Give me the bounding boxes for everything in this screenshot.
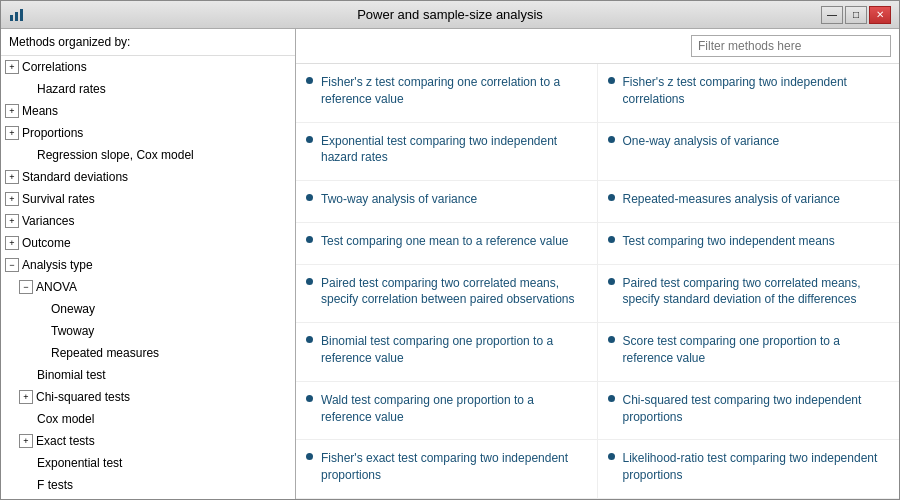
bullet-icon [608, 336, 615, 343]
expander-icon[interactable]: + [19, 434, 33, 448]
tree-item-label: Oneway [51, 300, 95, 318]
bullet-icon [306, 453, 313, 460]
sidebar-item-binomial-test[interactable]: Binomial test [1, 364, 295, 386]
bullet-icon [306, 395, 313, 402]
method-link[interactable]: Paired test comparing two correlated mea… [321, 276, 574, 307]
expander-icon[interactable]: + [5, 126, 19, 140]
method-item[interactable]: Test comparing one mean to a reference v… [296, 223, 598, 265]
sidebar-item-anova[interactable]: −ANOVA [1, 276, 295, 298]
method-text: Likelihood-ratio test comparing two inde… [623, 450, 886, 484]
sidebar-item-exact-tests[interactable]: +Exact tests [1, 430, 295, 452]
method-item[interactable]: Fisher's exact test comparing two indepe… [296, 440, 598, 499]
method-link[interactable]: Repeated-measures analysis of variance [623, 192, 840, 206]
bullet-icon [608, 236, 615, 243]
method-link[interactable]: Paired test comparing two correlated mea… [623, 276, 861, 307]
method-link[interactable]: Exponential test comparing two independe… [321, 134, 557, 165]
method-link[interactable]: Chi-squared test comparing two independe… [623, 393, 862, 424]
sidebar-item-exponential-test[interactable]: Exponential test [1, 452, 295, 474]
method-text: One-way analysis of variance [623, 133, 780, 150]
sidebar-item-hazard-rates[interactable]: Hazard rates [1, 78, 295, 100]
method-link[interactable]: Test comparing two independent means [623, 234, 835, 248]
right-panel: Fisher's z test comparing one correlatio… [296, 29, 899, 499]
expander-icon[interactable]: − [5, 258, 19, 272]
method-link[interactable]: Fisher's z test comparing one correlatio… [321, 75, 560, 106]
method-item[interactable]: Paired test comparing two correlated mea… [598, 265, 900, 324]
method-link[interactable]: Wald test comparing one proportion to a … [321, 393, 534, 424]
sidebar: Methods organized by: +CorrelationsHazar… [1, 29, 296, 499]
method-item[interactable]: Fisher's z test comparing two independen… [598, 64, 900, 123]
expander-icon[interactable]: − [19, 280, 33, 294]
sidebar-item-survival-rates[interactable]: +Survival rates [1, 188, 295, 210]
sidebar-item-standard-deviations[interactable]: +Standard deviations [1, 166, 295, 188]
sidebar-item-outcome[interactable]: +Outcome [1, 232, 295, 254]
sidebar-item-oneway[interactable]: Oneway [1, 298, 295, 320]
maximize-button[interactable]: □ [845, 6, 867, 24]
method-link[interactable]: Binomial test comparing one proportion t… [321, 334, 553, 365]
expander-icon[interactable]: + [5, 170, 19, 184]
sidebar-item-variances[interactable]: +Variances [1, 210, 295, 232]
sidebar-tree[interactable]: +CorrelationsHazard rates+Means+Proporti… [1, 56, 295, 499]
method-link[interactable]: Test comparing one mean to a reference v… [321, 234, 568, 248]
method-item[interactable]: Paired test comparing two correlated mea… [296, 265, 598, 324]
method-link[interactable]: One-way analysis of variance [623, 134, 780, 148]
sidebar-item-chi-squared-tests[interactable]: +Chi-squared tests [1, 386, 295, 408]
expander-icon[interactable]: + [5, 104, 19, 118]
method-link[interactable]: Likelihood-ratio test comparing two inde… [623, 451, 878, 482]
method-item[interactable]: Wald test comparing one proportion to a … [296, 382, 598, 441]
method-item[interactable]: One-way analysis of variance [598, 123, 900, 182]
expander-icon[interactable]: + [5, 214, 19, 228]
sidebar-item-proportions[interactable]: +Proportions [1, 122, 295, 144]
method-text: Paired test comparing two correlated mea… [321, 275, 583, 309]
bullet-icon [306, 136, 313, 143]
expander-icon[interactable]: + [5, 60, 19, 74]
tree-item-label: Hazard rates [37, 80, 106, 98]
method-link[interactable]: Fisher's z test comparing two independen… [623, 75, 847, 106]
method-item[interactable]: Test comparing two independent means [598, 223, 900, 265]
sidebar-item-regression-slope[interactable]: Regression slope, Cox model [1, 144, 295, 166]
method-link[interactable]: Two-way analysis of variance [321, 192, 477, 206]
bullet-icon [608, 77, 615, 84]
sidebar-item-f-tests[interactable]: F tests [1, 474, 295, 496]
sidebar-item-analysis-type[interactable]: −Analysis type [1, 254, 295, 276]
expander-icon[interactable]: + [19, 390, 33, 404]
sidebar-item-repeated-measures[interactable]: Repeated measures [1, 342, 295, 364]
window-controls: — □ ✕ [821, 6, 891, 24]
bullet-icon [306, 278, 313, 285]
tree-item-label: ANOVA [36, 278, 77, 296]
close-button[interactable]: ✕ [869, 6, 891, 24]
main-window: Power and sample-size analysis — □ ✕ Met… [0, 0, 900, 500]
method-item[interactable]: Likelihood-ratio test comparing two inde… [598, 440, 900, 499]
method-text: Score test comparing one proportion to a… [623, 333, 886, 367]
tree-item-label: Means [22, 102, 58, 120]
method-link[interactable]: Fisher's exact test comparing two indepe… [321, 451, 568, 482]
method-item[interactable]: Two-way analysis of variance [296, 181, 598, 223]
method-text: Test comparing one mean to a reference v… [321, 233, 568, 250]
method-item[interactable]: Repeated-measures analysis of variance [598, 181, 900, 223]
tree-item-label: Regression slope, Cox model [37, 146, 194, 164]
tree-item-label: Chi-squared tests [36, 388, 130, 406]
sidebar-item-means[interactable]: +Means [1, 100, 295, 122]
method-text: Test comparing two independent means [623, 233, 835, 250]
filter-input[interactable] [691, 35, 891, 57]
method-text: Chi-squared test comparing two independe… [623, 392, 886, 426]
sidebar-item-fishers-exact-test[interactable]: Fisher's exact test [1, 496, 295, 499]
sidebar-item-correlations[interactable]: +Correlations [1, 56, 295, 78]
method-item[interactable]: Fisher's z test comparing one correlatio… [296, 64, 598, 123]
method-item[interactable]: Binomial test comparing one proportion t… [296, 323, 598, 382]
sidebar-item-twoway[interactable]: Twoway [1, 320, 295, 342]
method-item[interactable]: Chi-squared test comparing two independe… [598, 382, 900, 441]
title-bar: Power and sample-size analysis — □ ✕ [1, 1, 899, 29]
expander-icon[interactable]: + [5, 236, 19, 250]
minimize-button[interactable]: — [821, 6, 843, 24]
methods-grid: Fisher's z test comparing one correlatio… [296, 64, 899, 499]
bullet-icon [608, 395, 615, 402]
content-area: Methods organized by: +CorrelationsHazar… [1, 29, 899, 499]
window-title: Power and sample-size analysis [357, 7, 543, 22]
sidebar-item-cox-model[interactable]: Cox model [1, 408, 295, 430]
method-item[interactable]: Score test comparing one proportion to a… [598, 323, 900, 382]
method-item[interactable]: Exponential test comparing two independe… [296, 123, 598, 182]
tree-item-label: Cox model [37, 410, 94, 428]
expander-icon[interactable]: + [5, 192, 19, 206]
method-link[interactable]: Score test comparing one proportion to a… [623, 334, 840, 365]
svg-rect-2 [20, 9, 23, 21]
